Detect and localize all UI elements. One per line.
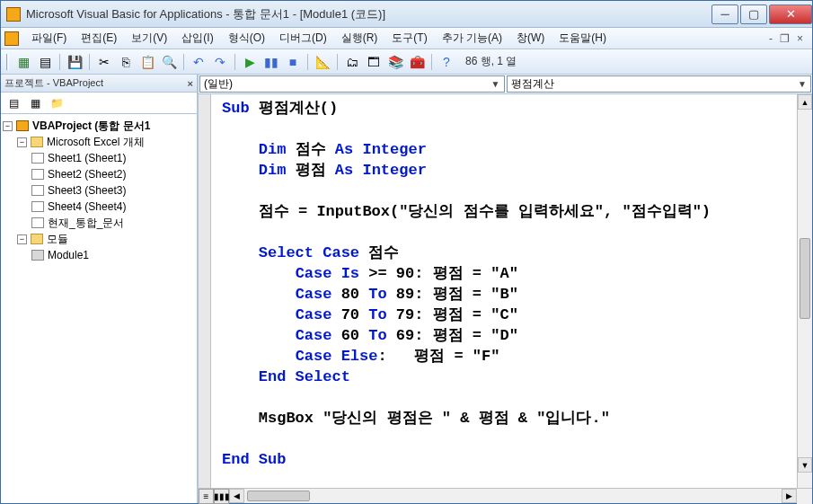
menu-run[interactable]: 실행(R) bbox=[334, 29, 385, 48]
tree-root-label: VBAProject (통합 문서1 bbox=[32, 118, 150, 134]
copy-button[interactable]: ⎘ bbox=[116, 52, 136, 72]
mdi-close-button[interactable]: × bbox=[797, 32, 803, 45]
object-dropdown[interactable]: (일반) ▼ bbox=[199, 75, 505, 93]
tree-sheet1[interactable]: Sheet1 (Sheet1) bbox=[3, 150, 195, 166]
vba-icon bbox=[4, 31, 19, 46]
reset-button[interactable]: ■ bbox=[283, 52, 303, 72]
menu-edit[interactable]: 편집(E) bbox=[74, 29, 124, 48]
sheet-icon bbox=[31, 217, 44, 228]
tree-sheet4[interactable]: Sheet4 (Sheet4) bbox=[3, 199, 195, 215]
chevron-down-icon: ▼ bbox=[798, 79, 807, 89]
vbaproject-icon bbox=[16, 120, 29, 131]
tree-thisworkbook[interactable]: 현재_통합_문서 bbox=[3, 215, 195, 231]
find-button[interactable]: 🔍 bbox=[159, 52, 179, 72]
tree-root[interactable]: − VBAProject (통합 문서1 bbox=[3, 118, 195, 134]
object-browser-button[interactable]: 📚 bbox=[385, 52, 405, 72]
menu-format[interactable]: 형식(O) bbox=[221, 29, 272, 48]
tree-toggle-icon[interactable]: − bbox=[17, 137, 27, 147]
save-button[interactable]: 💾 bbox=[65, 52, 84, 72]
tree-label: 현재_통합_문서 bbox=[48, 215, 124, 231]
module-icon bbox=[31, 250, 44, 261]
tree-modules[interactable]: − 모듈 bbox=[3, 231, 195, 247]
mdi-minimize-button[interactable]: - bbox=[769, 32, 773, 45]
maximize-button[interactable]: ▢ bbox=[740, 4, 767, 24]
full-module-view-button[interactable]: ▮▮▮ bbox=[214, 489, 229, 504]
toolbox-button[interactable]: 🧰 bbox=[407, 52, 427, 72]
code-gutter bbox=[199, 94, 211, 488]
mdi-restore-button[interactable]: ❐ bbox=[780, 32, 790, 45]
procedure-view-button[interactable]: ≡ bbox=[199, 489, 214, 504]
menu-view[interactable]: 보기(V) bbox=[124, 29, 174, 48]
properties-button[interactable]: 🗔 bbox=[364, 52, 384, 72]
project-pane-close-button[interactable]: × bbox=[188, 78, 193, 89]
help-button[interactable]: ? bbox=[437, 52, 456, 72]
tree-sheet2[interactable]: Sheet2 (Sheet2) bbox=[3, 166, 195, 182]
procedure-dropdown[interactable]: 평점계산 ▼ bbox=[507, 75, 812, 93]
code-pane: (일반) ▼ 평점계산 ▼ Sub 평점계산() Dim 점수 As Integ… bbox=[199, 75, 812, 503]
redo-button[interactable]: ↷ bbox=[210, 52, 230, 72]
tree-label: Sheet3 (Sheet3) bbox=[48, 182, 126, 199]
cursor-position: 86 행, 1 열 bbox=[465, 54, 517, 69]
view-code-button[interactable]: ▤ bbox=[4, 94, 22, 112]
scroll-thumb[interactable] bbox=[800, 238, 810, 319]
insert-module-button[interactable]: ▤ bbox=[35, 52, 55, 72]
scroll-right-button[interactable]: ▶ bbox=[782, 489, 797, 503]
cut-button[interactable]: ✂ bbox=[94, 52, 114, 72]
code-editor[interactable]: Sub 평점계산() Dim 점수 As Integer Dim 평점 As I… bbox=[211, 94, 797, 488]
menu-file[interactable]: 파일(F) bbox=[24, 29, 74, 48]
project-pane-toolbar: ▤ ▦ 📁 bbox=[1, 93, 197, 114]
project-tree[interactable]: − VBAProject (통합 문서1 − Microsoft Excel 개… bbox=[1, 114, 197, 503]
chevron-down-icon: ▼ bbox=[491, 79, 500, 89]
tree-excel-objects[interactable]: − Microsoft Excel 개체 bbox=[3, 134, 195, 150]
scroll-left-button[interactable]: ◀ bbox=[229, 489, 244, 503]
design-mode-button[interactable]: 📐 bbox=[313, 52, 332, 72]
titlebar[interactable]: Microsoft Visual Basic for Applications … bbox=[1, 1, 812, 28]
tree-label: Sheet2 (Sheet2) bbox=[48, 166, 126, 182]
sheet-icon bbox=[31, 185, 44, 196]
menu-debug[interactable]: 디버그(D) bbox=[272, 29, 334, 48]
menu-tools[interactable]: 도구(T) bbox=[384, 29, 434, 48]
break-button[interactable]: ▮▮ bbox=[261, 52, 281, 72]
tree-label: 모듈 bbox=[47, 231, 68, 247]
project-pane-header: 프로젝트 - VBAProject × bbox=[1, 75, 197, 93]
tree-label: Module1 bbox=[48, 247, 89, 263]
menu-window[interactable]: 창(W) bbox=[509, 29, 552, 48]
folder-icon bbox=[31, 137, 43, 147]
tree-toggle-icon[interactable]: − bbox=[17, 234, 27, 244]
tree-toggle-icon[interactable]: − bbox=[3, 121, 13, 131]
paste-button[interactable]: 📋 bbox=[137, 52, 157, 72]
horizontal-scrollbar[interactable]: ◀ ▶ bbox=[229, 489, 797, 503]
scroll-thumb[interactable] bbox=[247, 491, 310, 501]
procedure-dropdown-value: 평점계산 bbox=[511, 76, 554, 92]
sheet-icon bbox=[31, 201, 44, 212]
menu-addins[interactable]: 추가 기능(A) bbox=[435, 29, 509, 48]
vba-editor-window: Microsoft Visual Basic for Applications … bbox=[0, 0, 813, 504]
scroll-down-button[interactable]: ▼ bbox=[798, 457, 812, 473]
object-dropdown-value: (일반) bbox=[204, 76, 233, 92]
tree-label: Sheet4 (Sheet4) bbox=[48, 199, 126, 215]
tree-sheet3[interactable]: Sheet3 (Sheet3) bbox=[3, 182, 195, 199]
menu-insert[interactable]: 삽입(I) bbox=[174, 29, 220, 48]
toolbar-grip[interactable] bbox=[6, 54, 9, 70]
sheet-icon bbox=[31, 153, 44, 164]
tree-label: Sheet1 (Sheet1) bbox=[48, 150, 126, 166]
undo-button[interactable]: ↶ bbox=[189, 52, 208, 72]
vertical-scrollbar[interactable]: ▲ ▼ bbox=[797, 94, 812, 488]
size-grip[interactable] bbox=[797, 489, 812, 504]
toolbar: ▦ ▤ 💾 ✂ ⎘ 📋 🔍 ↶ ↷ ▶ ▮▮ ■ 📐 🗂 🗔 📚 🧰 ? 86 … bbox=[1, 49, 812, 75]
toggle-folders-button[interactable]: 📁 bbox=[48, 94, 66, 112]
window-title: Microsoft Visual Basic for Applications … bbox=[26, 6, 710, 22]
run-button[interactable]: ▶ bbox=[240, 52, 260, 72]
view-excel-button[interactable]: ▦ bbox=[13, 52, 33, 72]
tree-module1[interactable]: Module1 bbox=[3, 247, 195, 263]
scroll-up-button[interactable]: ▲ bbox=[798, 94, 812, 110]
menubar: 파일(F) 편집(E) 보기(V) 삽입(I) 형식(O) 디버그(D) 실행(… bbox=[1, 28, 812, 49]
view-object-button[interactable]: ▦ bbox=[26, 94, 44, 112]
project-explorer-button[interactable]: 🗂 bbox=[342, 52, 362, 72]
minimize-button[interactable]: ─ bbox=[711, 4, 738, 24]
close-button[interactable]: ✕ bbox=[769, 4, 812, 24]
menu-help[interactable]: 도움말(H) bbox=[552, 29, 614, 48]
project-pane-title: 프로젝트 - VBAProject bbox=[4, 76, 103, 90]
project-explorer-pane: 프로젝트 - VBAProject × ▤ ▦ 📁 − VBAProject (… bbox=[1, 75, 199, 503]
sheet-icon bbox=[31, 169, 44, 180]
